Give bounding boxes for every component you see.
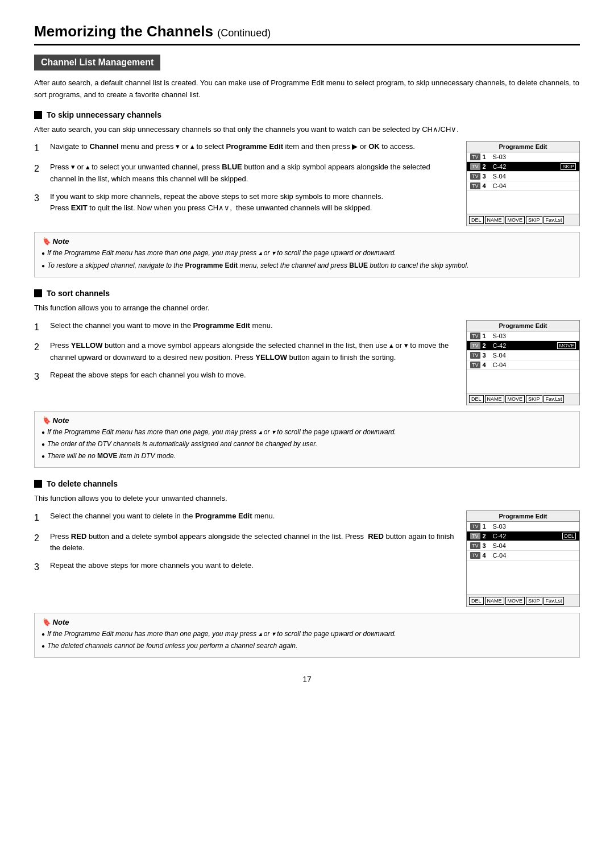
pe-skip-row-3: TV 3 S-04 <box>467 172 579 181</box>
pe-delete-spacer <box>467 560 579 595</box>
pe-skip-row-1: TV 1 S-03 <box>467 152 579 162</box>
pe-skip-title: Programme Edit <box>467 142 579 152</box>
pe-sort-row-4: TV 4 C-04 <box>467 360 579 370</box>
sort-steps-list: 1 Select the channel you want to move in… <box>34 320 455 405</box>
skip-desc: After auto search, you can skip unnecess… <box>34 124 580 136</box>
delete-desc: This function allows you to delete your … <box>34 493 580 505</box>
main-title: Memorizing the Channels (Continued) <box>34 23 580 45</box>
page-number: 17 <box>34 675 580 684</box>
skip-steps-list: 1 Navigate to Channel menu and press ▾ o… <box>34 141 455 226</box>
pe-skip-row-2: TV 2 C-42 SKIP <box>467 162 579 172</box>
pe-sort-row-3: TV 3 S-04 <box>467 351 579 360</box>
delete-note-2: The deleted channels cannot be found unl… <box>42 641 572 651</box>
section-header: Channel List Management <box>34 55 160 70</box>
sort-note-box: 🔖 Note If the Programme Edit menu has mo… <box>34 411 580 468</box>
skip-step-3: 3 If you want to skip more channels, rep… <box>34 191 455 215</box>
skip-note-title: 🔖 Note <box>42 237 572 246</box>
skip-step-2: 2 Press ▾ or ▴ to select your unwanted c… <box>34 161 455 185</box>
sort-note-1: If the Programme Edit menu has more than… <box>42 427 572 438</box>
skip-section: To skip unnecessary channels After auto … <box>34 110 580 277</box>
sort-section: To sort channels This function allows yo… <box>34 289 580 468</box>
sort-note-title: 🔖 Note <box>42 416 572 425</box>
delete-step-2: 2 Press RED button and a delete symbol a… <box>34 531 455 555</box>
skip-step-1: 1 Navigate to Channel menu and press ▾ o… <box>34 141 455 156</box>
sort-step-1: 1 Select the channel you want to move in… <box>34 320 455 335</box>
sort-step-3: 3 Repeat the above steps for each channe… <box>34 369 455 384</box>
skip-note-1: If the Programme Edit menu has more than… <box>42 248 572 259</box>
delete-programme-edit-box: Programme Edit TV 1 S-03 TV 2 C-42 DEL T… <box>466 510 580 607</box>
pe-sort-spacer <box>467 370 579 393</box>
pe-delete-row-3: TV 3 S-04 <box>467 541 579 551</box>
pe-delete-row-2: TV 2 C-42 DEL <box>467 531 579 541</box>
sort-title: To sort channels <box>34 289 580 298</box>
black-square-icon <box>34 111 42 119</box>
pe-sort-row-1: TV 1 S-03 <box>467 331 579 341</box>
sort-note-2: The order of the DTV channels is automat… <box>42 439 572 450</box>
pe-skip-footer: DEL NAME MOVE SKIP Fav.Lst <box>467 214 579 226</box>
pe-delete-footer: DEL NAME MOVE SKIP Fav.Lst <box>467 595 579 607</box>
sort-note-3: There will be no MOVE item in DTV mode. <box>42 451 572 462</box>
pe-sort-row-2: TV 2 C-42 MOVE <box>467 341 579 351</box>
skip-programme-edit-box: Programme Edit TV 1 S-03 TV 2 C-42 SKIP … <box>466 141 580 226</box>
delete-note-title: 🔖 Note <box>42 618 572 626</box>
delete-steps-container: 1 Select the channel you want to delete … <box>34 510 580 607</box>
delete-steps-list: 1 Select the channel you want to delete … <box>34 510 455 607</box>
pe-delete-row-4: TV 4 C-04 <box>467 551 579 560</box>
sort-step-2: 2 Press YELLOW button and a move symbol … <box>34 340 455 364</box>
pe-skip-spacer <box>467 191 579 214</box>
sort-steps-container: 1 Select the channel you want to move in… <box>34 320 580 405</box>
black-square-icon-3 <box>34 480 42 488</box>
pe-delete-title: Programme Edit <box>467 511 579 522</box>
delete-step-3: 3 Repeat the above steps for more channe… <box>34 560 455 575</box>
sort-programme-edit-box: Programme Edit TV 1 S-03 TV 2 C-42 MOVE … <box>466 320 580 405</box>
skip-steps-container: 1 Navigate to Channel menu and press ▾ o… <box>34 141 580 226</box>
skip-note-box: 🔖 Note If the Programme Edit menu has mo… <box>34 232 580 277</box>
pe-delete-row-1: TV 1 S-03 <box>467 522 579 531</box>
pe-sort-footer: DEL NAME MOVE SKIP Fav.Lst <box>467 393 579 405</box>
intro-text: After auto search, a default channel lis… <box>34 77 580 101</box>
delete-note-1: If the Programme Edit menu has more than… <box>42 629 572 639</box>
delete-note-box: 🔖 Note If the Programme Edit menu has mo… <box>34 613 580 658</box>
skip-note-2: To restore a skipped channel, navigate t… <box>42 260 572 271</box>
pe-sort-title: Programme Edit <box>467 321 579 331</box>
black-square-icon-2 <box>34 289 42 297</box>
delete-title: To delete channels <box>34 479 580 488</box>
sort-desc: This function allows you to arrange the … <box>34 302 580 314</box>
delete-step-1: 1 Select the channel you want to delete … <box>34 510 455 525</box>
pe-skip-row-4: TV 4 C-04 <box>467 181 579 191</box>
delete-section: To delete channels This function allows … <box>34 479 580 658</box>
skip-title: To skip unnecessary channels <box>34 110 580 119</box>
